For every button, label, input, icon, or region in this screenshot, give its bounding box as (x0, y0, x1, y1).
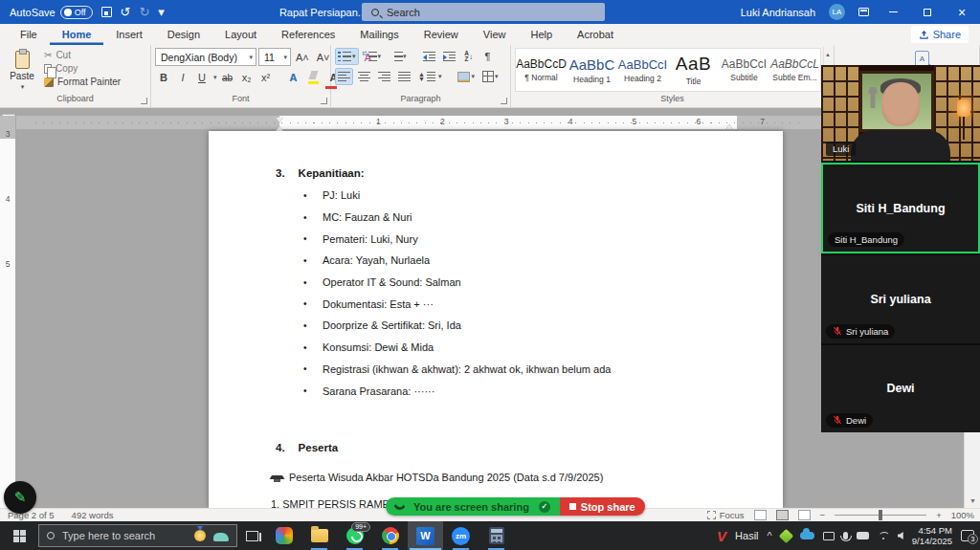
taskbar-search-input[interactable]: Type here to search (38, 524, 237, 547)
justify-button[interactable] (395, 68, 413, 85)
format-painter-button[interactable]: Format Painter (44, 77, 121, 87)
ribbon-tab[interactable]: Acrobat (565, 24, 626, 45)
text-effects-button[interactable]: A (285, 69, 302, 86)
participant-tile[interactable]: Dewi Dewi (821, 345, 980, 432)
ribbon-tab[interactable]: Help (518, 24, 565, 45)
italic-button[interactable]: I (174, 69, 191, 86)
zoom-level[interactable]: 100% (951, 510, 974, 520)
redo-icon[interactable]: ↻ (139, 6, 149, 18)
hasil-logo-icon[interactable]: V (717, 528, 726, 544)
search-input[interactable]: Search (362, 3, 605, 21)
grow-font-button[interactable]: A˄ (293, 49, 312, 66)
styles-scroll-up-icon[interactable]: ▲ (824, 47, 832, 62)
style-item[interactable]: AaBbC Heading 1 (567, 49, 617, 91)
wifi-icon[interactable] (878, 532, 889, 540)
participant-video-tile[interactable]: Luki (821, 65, 980, 161)
font-size-select[interactable]: 11▾ (258, 48, 291, 66)
tray-app-label[interactable]: Hasil (735, 530, 758, 541)
sharing-status[interactable]: You are screen sharing ✓ (386, 497, 560, 516)
share-button[interactable]: Share (911, 26, 969, 43)
antivirus-icon[interactable] (778, 528, 793, 543)
align-right-button[interactable] (375, 68, 393, 85)
microphone-icon[interactable] (843, 532, 848, 539)
quick-access-customize-icon[interactable]: ▾ (158, 6, 165, 18)
scroll-down-icon[interactable]: ▼ (965, 493, 980, 508)
subscript-button[interactable]: x₂ (238, 69, 256, 86)
focus-button[interactable]: Focus (707, 510, 745, 520)
align-left-button[interactable] (335, 68, 353, 85)
autosave-toggle[interactable]: AutoSave Off (10, 6, 93, 19)
notification-center-icon[interactable]: 3 (961, 530, 974, 541)
word-count[interactable]: 492 words (72, 510, 114, 520)
shading-button[interactable]: ▾ (455, 68, 478, 85)
taskbar-clock[interactable]: 4:54 PM 9/14/2025 (912, 525, 952, 546)
style-item[interactable]: AaBbCcI Heading 2 (617, 49, 668, 91)
minimize-button[interactable] (882, 0, 903, 24)
sort-button[interactable]: AZ↓ (460, 48, 478, 65)
underline-button[interactable]: U (193, 69, 211, 86)
camera-icon[interactable] (857, 532, 869, 539)
ribbon-tab[interactable]: File (8, 24, 50, 45)
cloud-sync-icon[interactable] (800, 532, 814, 539)
font-name-select[interactable]: DengXian (Body)▾ (155, 48, 256, 66)
avatar[interactable]: LA (829, 4, 845, 20)
show-formatting-marks-button[interactable]: ¶ (479, 48, 497, 65)
hidden-icons-chevron[interactable]: ^ (768, 530, 772, 541)
taskbar-app-copilot[interactable] (266, 521, 301, 550)
strikethrough-button[interactable]: ab (219, 69, 236, 86)
participant-tile[interactable]: Siti H_Bandung Siti H_Bandung (821, 163, 980, 253)
zoom-slider[interactable] (835, 515, 926, 516)
taskbar-app-calculator[interactable] (479, 521, 514, 550)
start-button[interactable] (0, 521, 38, 550)
hanging-indent-marker[interactable] (276, 122, 283, 131)
speaker-icon[interactable] (898, 532, 903, 539)
vertical-scrollbar[interactable]: ▼ (964, 432, 980, 508)
taskbar-app-explorer[interactable] (301, 521, 337, 550)
copy-button[interactable]: Copy (44, 63, 121, 74)
decrease-indent-button[interactable] (420, 48, 438, 65)
taskbar-app-whatsapp[interactable]: 99+ (337, 521, 372, 550)
ribbon-tab[interactable]: Home (50, 24, 104, 45)
ribbon-tab[interactable]: Review (412, 24, 471, 45)
read-mode-button[interactable] (754, 510, 767, 520)
taskbar-app-chrome[interactable] (372, 521, 408, 550)
cut-button[interactable]: ✂Cut (44, 50, 121, 60)
participant-tile[interactable]: Sri yuliana Sri yuliana (821, 255, 980, 342)
save-icon[interactable] (101, 7, 112, 17)
style-item[interactable]: AaB Title (668, 49, 719, 91)
ribbon-tab[interactable]: Design (155, 24, 212, 45)
line-spacing-button[interactable]: ▲▼▾ (415, 68, 444, 85)
ribbon-display-options-icon[interactable] (858, 8, 869, 16)
font-dialog-launcher[interactable] (321, 98, 327, 104)
style-item[interactable]: AaBbCcL Subtle Em... (769, 49, 820, 91)
bold-button[interactable]: B (155, 69, 172, 86)
paste-button[interactable]: Paste ▾ (4, 48, 40, 93)
zoom-in-button[interactable]: + (936, 510, 942, 520)
zoom-slider-thumb[interactable] (879, 510, 882, 520)
taskbar-app-zoom[interactable]: zm (443, 521, 479, 550)
style-item[interactable]: AaBbCcI Subtitle (719, 49, 769, 91)
superscript-button[interactable]: x² (257, 69, 275, 86)
borders-button[interactable]: ▾ (479, 68, 501, 85)
numbering-button[interactable]: ▾ (361, 48, 385, 65)
screen-sharing-bar[interactable]: You are screen sharing ✓ Stop share (386, 497, 645, 516)
stop-share-button[interactable]: Stop share (560, 497, 645, 516)
web-layout-button[interactable] (798, 510, 811, 520)
user-name[interactable]: Luki Andriansah (741, 7, 815, 18)
zoom-out-button[interactable]: − (820, 510, 826, 520)
annotate-button[interactable]: ✎ (4, 481, 36, 514)
display-icon[interactable] (823, 532, 835, 540)
paragraph-dialog-launcher[interactable] (501, 98, 507, 104)
style-item[interactable]: AaBbCcD ¶ Normal (516, 49, 567, 91)
bullets-button[interactable]: ▾ (335, 48, 359, 65)
right-indent-marker[interactable] (725, 121, 733, 129)
ribbon-tab[interactable]: Mailings (347, 24, 411, 45)
undo-icon[interactable]: ↺ (121, 6, 131, 18)
document-page[interactable]: 3. Kepanitiaan: •PJ: Luki •MC: Fauzan & … (209, 131, 783, 508)
align-center-button[interactable] (355, 68, 373, 85)
print-layout-button[interactable] (776, 510, 789, 520)
increase-indent-button[interactable] (440, 48, 458, 65)
taskbar-app-word[interactable]: W (408, 521, 443, 550)
ribbon-tab[interactable]: References (269, 24, 347, 45)
close-button[interactable]: × (951, 0, 972, 24)
